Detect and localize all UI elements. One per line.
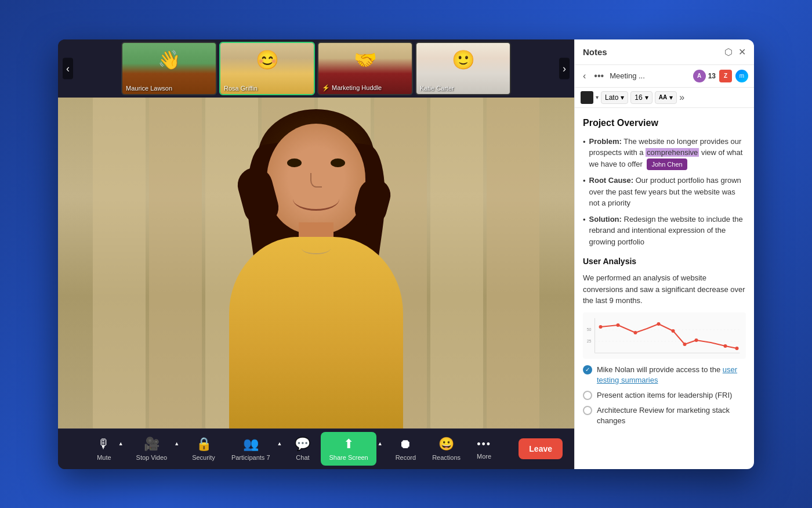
solution-text: Solution: Redesign the website to includ… — [589, 214, 746, 248]
more-label: More — [477, 453, 491, 460]
participants-button[interactable]: 👥 Participants 7 — [226, 433, 276, 464]
thumbnail-2[interactable]: 😊 Rosa Griffin — [219, 42, 315, 95]
share-screen-group: ⬆ Share Screen ▲ — [321, 432, 385, 466]
security-label: Security — [192, 454, 215, 461]
svg-point-12 — [695, 338, 698, 342]
toolbar-right: Leave — [519, 438, 563, 459]
thumbnail-label-2: Rosa Griffin — [224, 85, 258, 92]
thumbnail-1[interactable]: 👋 Maurice Lawson — [121, 42, 217, 95]
app-window: ✓ ‹ 👋 Maurice Lawson 😊 Rosa Griffin — [58, 39, 754, 469]
highlighted-text: comprehensive — [646, 148, 699, 157]
share-screen-icon: ⬆ — [343, 437, 354, 452]
thumbnails-list: 👋 Maurice Lawson 😊 Rosa Griffin 🤝 ⚡Ma — [81, 42, 551, 95]
reactions-label: Reactions — [432, 454, 461, 461]
participants-label: Participants 7 — [231, 454, 270, 461]
solution-label: Solution: — [589, 215, 622, 224]
thumbnails-prev-button[interactable]: ‹ — [63, 57, 73, 79]
todo-item-3: Architecture Review for marketing stack … — [583, 405, 746, 426]
mute-arrow-button[interactable]: ▲ — [117, 437, 126, 460]
leave-button[interactable]: Leave — [519, 438, 563, 459]
text-aa-chevron: ▾ — [669, 93, 673, 102]
notes-meeting-title: Meeting ... — [610, 71, 690, 80]
svg-point-11 — [683, 343, 687, 346]
notes-header-icons: ⬡ ✕ — [724, 46, 746, 57]
mic-icon: 🎙 — [97, 437, 110, 452]
thumbnail-label-1: Maurice Lawson — [126, 85, 172, 92]
chart-area: 50 25 — [583, 312, 746, 359]
participants-icon: 👥 — [243, 437, 259, 452]
todo-text-3: Architecture Review for marketing stack … — [597, 405, 746, 426]
notes-menu-button[interactable]: ••• — [592, 70, 606, 82]
participants-chevron-icon: ▲ — [277, 441, 282, 446]
font-family-chevron: ▾ — [621, 93, 624, 102]
record-button[interactable]: ⏺ Record — [390, 433, 422, 464]
font-size-chevron: ▾ — [645, 93, 648, 102]
zoom-icon: Z — [719, 70, 732, 82]
participants-arrow-button[interactable]: ▲ — [276, 437, 285, 460]
svg-point-13 — [724, 344, 727, 348]
todo-text-2: Present action items for leadership (FRI… — [597, 390, 732, 401]
svg-point-8 — [634, 331, 637, 334]
todo-item-2: Present action items for leadership (FRI… — [583, 390, 746, 401]
video-group: 🎥 Stop Video ▲ — [130, 433, 182, 464]
bullet-solution: • Solution: Redesign the website to incl… — [583, 214, 746, 248]
notes-external-icon[interactable]: ⬡ — [724, 46, 733, 57]
mute-label: Mute — [97, 454, 111, 461]
font-family-dropdown[interactable]: Lato ▾ — [601, 91, 628, 104]
notes-panel: Notes ⬡ ✕ ‹ ••• Meeting ... A 13 Z m ▾ L… — [574, 39, 754, 469]
participants-group: 👥 Participants 7 ▲ — [226, 433, 285, 464]
video-chevron-icon: ▲ — [174, 441, 179, 446]
main-video — [58, 98, 574, 428]
thumbnail-3[interactable]: 🤝 ⚡Marketing Huddle — [317, 42, 413, 95]
format-square[interactable] — [581, 91, 593, 104]
svg-point-6 — [599, 325, 603, 329]
todo-checkbox-2[interactable] — [583, 391, 592, 400]
format-square-chevron[interactable]: ▾ — [596, 94, 599, 100]
todo-checkbox-1[interactable]: ✓ — [583, 365, 592, 374]
todo-item-1: ✓ Mike Nolan will provide access to the … — [583, 365, 746, 385]
svg-point-14 — [735, 347, 739, 350]
messenger-icon: m — [735, 70, 748, 82]
problem-label: Problem: — [589, 137, 622, 146]
share-screen-arrow-button[interactable]: ▲ — [376, 437, 385, 460]
notes-close-icon[interactable]: ✕ — [738, 46, 746, 57]
participant-count: A 13 — [693, 70, 716, 82]
notes-content: Project Overview • Problem: The website … — [575, 108, 754, 469]
participant-number: 13 — [708, 72, 716, 80]
thumbnails-next-button[interactable]: › — [559, 57, 570, 79]
more-icon: ••• — [477, 438, 491, 451]
video-arrow-button[interactable]: ▲ — [173, 437, 182, 460]
svg-point-10 — [672, 329, 675, 333]
reactions-button[interactable]: 😀 Reactions — [426, 433, 466, 464]
more-button[interactable]: ••• More — [471, 435, 497, 463]
camera-icon: 🎥 — [144, 437, 160, 452]
bullet-dot-2: • — [583, 175, 586, 209]
notes-header: Notes ⬡ ✕ — [575, 39, 754, 65]
notes-back-button[interactable]: ‹ — [581, 70, 588, 82]
share-screen-button[interactable]: ⬆ Share Screen — [321, 432, 376, 466]
john-chen-tooltip: John Chen — [647, 158, 687, 171]
video-area: ✓ ‹ 👋 Maurice Lawson 😊 Rosa Griffin — [58, 39, 574, 469]
font-size-dropdown[interactable]: 16 ▾ — [630, 91, 652, 104]
bullet-dot-1: • — [583, 136, 586, 171]
chat-label: Chat — [296, 454, 309, 461]
chat-button[interactable]: 💬 Chat — [289, 433, 316, 464]
main-video-bg — [58, 98, 574, 428]
text-size-aa[interactable]: AA ▾ — [655, 91, 677, 104]
share-screen-chevron-icon: ▲ — [378, 441, 383, 446]
mute-chevron-icon: ▲ — [118, 441, 124, 446]
thumbnail-label-4: Katie Carter — [420, 85, 454, 92]
thumbnail-label-3: ⚡Marketing Huddle — [322, 84, 382, 92]
participant-avatar: A — [693, 70, 706, 82]
thumbnails-bar: ‹ 👋 Maurice Lawson 😊 Rosa Griffin — [58, 39, 574, 98]
root-cause-text: Root Cause: Our product portfolio has gr… — [589, 175, 746, 209]
security-button[interactable]: 🔒 Security — [186, 433, 221, 464]
notes-format-row: ▾ Lato ▾ 16 ▾ AA ▾ » — [575, 88, 754, 108]
todo-checkbox-3[interactable] — [583, 406, 592, 415]
bullet-root-cause: • Root Cause: Our product portfolio has … — [583, 175, 746, 209]
record-label: Record — [396, 454, 416, 461]
stop-video-button[interactable]: 🎥 Stop Video — [130, 433, 173, 464]
mute-button[interactable]: 🎙 Mute — [91, 433, 117, 464]
thumbnail-4[interactable]: 🙂 Katie Carter — [415, 42, 511, 95]
format-more-button[interactable]: » — [679, 92, 684, 103]
